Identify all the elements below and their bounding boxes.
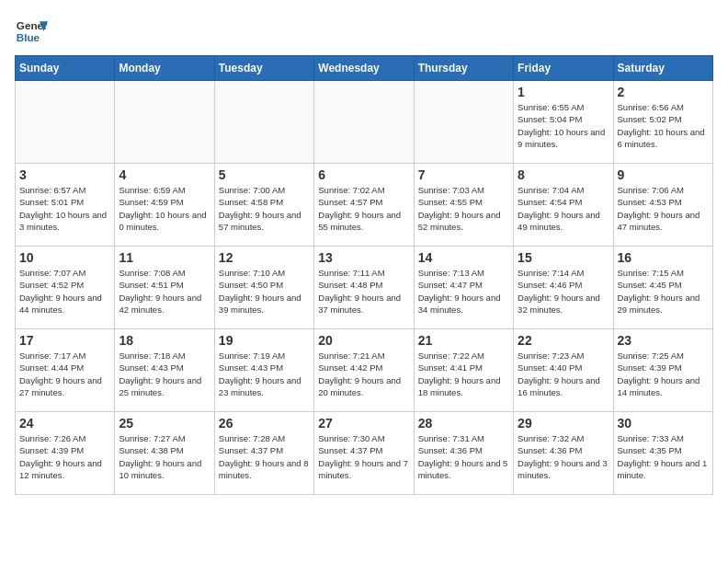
day-number: 11	[119, 250, 210, 265]
day-info: Sunrise: 7:08 AM Sunset: 4:51 PM Dayligh…	[119, 267, 210, 316]
calendar-cell: 24Sunrise: 7:26 AM Sunset: 4:39 PM Dayli…	[16, 412, 115, 495]
day-info: Sunrise: 7:32 AM Sunset: 4:36 PM Dayligh…	[518, 432, 609, 481]
day-info: Sunrise: 7:14 AM Sunset: 4:46 PM Dayligh…	[518, 267, 609, 316]
calendar-cell: 2Sunrise: 6:56 AM Sunset: 5:02 PM Daylig…	[613, 81, 712, 164]
day-number: 7	[418, 167, 509, 182]
day-info: Sunrise: 7:23 AM Sunset: 4:40 PM Dayligh…	[518, 350, 609, 398]
day-number: 30	[618, 416, 709, 431]
calendar-cell: 15Sunrise: 7:14 AM Sunset: 4:46 PM Dayli…	[514, 247, 613, 329]
logo-icon: General Blue	[15, 15, 48, 48]
day-number: 4	[119, 167, 210, 182]
calendar-cell: 8Sunrise: 7:04 AM Sunset: 4:54 PM Daylig…	[514, 164, 613, 247]
calendar-cell: 26Sunrise: 7:28 AM Sunset: 4:37 PM Dayli…	[214, 412, 313, 495]
week-row-3: 10Sunrise: 7:07 AM Sunset: 4:52 PM Dayli…	[16, 247, 713, 329]
calendar-cell	[214, 81, 313, 164]
header: General Blue	[15, 15, 713, 48]
day-number: 5	[219, 167, 310, 182]
day-info: Sunrise: 7:17 AM Sunset: 4:44 PM Dayligh…	[19, 350, 110, 398]
day-info: Sunrise: 7:31 AM Sunset: 4:36 PM Dayligh…	[418, 432, 509, 481]
calendar-cell: 27Sunrise: 7:30 AM Sunset: 4:37 PM Dayli…	[314, 412, 414, 495]
day-number: 2	[618, 85, 709, 99]
weekday-header-sunday: Sunday	[16, 56, 115, 81]
day-info: Sunrise: 7:22 AM Sunset: 4:41 PM Dayligh…	[418, 350, 509, 398]
calendar-cell: 20Sunrise: 7:21 AM Sunset: 4:42 PM Dayli…	[314, 329, 414, 412]
day-info: Sunrise: 7:25 AM Sunset: 4:39 PM Dayligh…	[618, 350, 709, 398]
calendar-table: SundayMondayTuesdayWednesdayThursdayFrid…	[15, 55, 713, 495]
day-number: 25	[119, 416, 210, 431]
day-number: 23	[618, 333, 709, 348]
day-info: Sunrise: 7:18 AM Sunset: 4:43 PM Dayligh…	[119, 350, 210, 398]
calendar-cell: 16Sunrise: 7:15 AM Sunset: 4:45 PM Dayli…	[613, 247, 712, 329]
day-info: Sunrise: 7:07 AM Sunset: 4:52 PM Dayligh…	[19, 267, 110, 316]
weekday-header-monday: Monday	[115, 56, 214, 81]
calendar-cell	[314, 81, 414, 164]
calendar-cell	[115, 81, 214, 164]
calendar-cell	[414, 81, 513, 164]
calendar-cell: 18Sunrise: 7:18 AM Sunset: 4:43 PM Dayli…	[115, 329, 214, 412]
day-info: Sunrise: 7:10 AM Sunset: 4:50 PM Dayligh…	[219, 267, 310, 316]
day-number: 12	[219, 250, 310, 265]
svg-text:Blue: Blue	[17, 31, 40, 43]
calendar-cell: 1Sunrise: 6:55 AM Sunset: 5:04 PM Daylig…	[514, 81, 613, 164]
day-info: Sunrise: 7:19 AM Sunset: 4:43 PM Dayligh…	[219, 350, 310, 398]
day-info: Sunrise: 6:55 AM Sunset: 5:04 PM Dayligh…	[518, 101, 609, 150]
day-number: 19	[219, 333, 310, 348]
day-info: Sunrise: 7:21 AM Sunset: 4:42 PM Dayligh…	[318, 350, 409, 398]
day-info: Sunrise: 7:02 AM Sunset: 4:57 PM Dayligh…	[318, 184, 409, 233]
calendar-cell: 25Sunrise: 7:27 AM Sunset: 4:38 PM Dayli…	[115, 412, 214, 495]
calendar-cell: 7Sunrise: 7:03 AM Sunset: 4:55 PM Daylig…	[414, 164, 513, 247]
calendar-cell: 28Sunrise: 7:31 AM Sunset: 4:36 PM Dayli…	[414, 412, 513, 495]
calendar-cell: 14Sunrise: 7:13 AM Sunset: 4:47 PM Dayli…	[414, 247, 513, 329]
calendar-cell: 13Sunrise: 7:11 AM Sunset: 4:48 PM Dayli…	[314, 247, 414, 329]
day-info: Sunrise: 7:30 AM Sunset: 4:37 PM Dayligh…	[318, 432, 409, 481]
day-number: 28	[418, 416, 509, 431]
day-info: Sunrise: 6:59 AM Sunset: 4:59 PM Dayligh…	[119, 184, 210, 233]
calendar-cell: 23Sunrise: 7:25 AM Sunset: 4:39 PM Dayli…	[613, 329, 712, 412]
weekday-header-saturday: Saturday	[613, 56, 712, 81]
day-number: 20	[318, 333, 409, 348]
week-row-1: 1Sunrise: 6:55 AM Sunset: 5:04 PM Daylig…	[16, 81, 713, 164]
day-number: 13	[318, 250, 409, 265]
day-number: 15	[518, 250, 609, 265]
day-info: Sunrise: 7:03 AM Sunset: 4:55 PM Dayligh…	[418, 184, 509, 233]
day-number: 9	[618, 167, 709, 182]
day-number: 24	[19, 416, 110, 431]
calendar-cell: 22Sunrise: 7:23 AM Sunset: 4:40 PM Dayli…	[514, 329, 613, 412]
calendar-cell: 21Sunrise: 7:22 AM Sunset: 4:41 PM Dayli…	[414, 329, 513, 412]
day-info: Sunrise: 7:33 AM Sunset: 4:35 PM Dayligh…	[618, 432, 709, 481]
calendar-cell: 30Sunrise: 7:33 AM Sunset: 4:35 PM Dayli…	[613, 412, 712, 495]
calendar-cell: 6Sunrise: 7:02 AM Sunset: 4:57 PM Daylig…	[314, 164, 414, 247]
calendar-cell: 12Sunrise: 7:10 AM Sunset: 4:50 PM Dayli…	[214, 247, 313, 329]
week-row-5: 24Sunrise: 7:26 AM Sunset: 4:39 PM Dayli…	[16, 412, 713, 495]
calendar-cell: 10Sunrise: 7:07 AM Sunset: 4:52 PM Dayli…	[16, 247, 115, 329]
day-number: 18	[119, 333, 210, 348]
week-row-2: 3Sunrise: 6:57 AM Sunset: 5:01 PM Daylig…	[16, 164, 713, 247]
calendar-cell: 11Sunrise: 7:08 AM Sunset: 4:51 PM Dayli…	[115, 247, 214, 329]
weekday-header-friday: Friday	[514, 56, 613, 81]
day-info: Sunrise: 7:27 AM Sunset: 4:38 PM Dayligh…	[119, 432, 210, 481]
day-info: Sunrise: 6:56 AM Sunset: 5:02 PM Dayligh…	[618, 101, 709, 150]
day-number: 17	[19, 333, 110, 348]
calendar-cell: 19Sunrise: 7:19 AM Sunset: 4:43 PM Dayli…	[214, 329, 313, 412]
calendar-cell: 29Sunrise: 7:32 AM Sunset: 4:36 PM Dayli…	[514, 412, 613, 495]
day-number: 26	[219, 416, 310, 431]
day-number: 22	[518, 333, 609, 348]
day-number: 21	[418, 333, 509, 348]
day-info: Sunrise: 7:26 AM Sunset: 4:39 PM Dayligh…	[19, 432, 110, 481]
day-number: 29	[518, 416, 609, 431]
day-number: 6	[318, 167, 409, 182]
weekday-header-tuesday: Tuesday	[214, 56, 313, 81]
day-number: 16	[618, 250, 709, 265]
week-row-4: 17Sunrise: 7:17 AM Sunset: 4:44 PM Dayli…	[16, 329, 713, 412]
weekday-header-wednesday: Wednesday	[314, 56, 414, 81]
weekday-header-thursday: Thursday	[414, 56, 513, 81]
day-info: Sunrise: 7:28 AM Sunset: 4:37 PM Dayligh…	[219, 432, 310, 481]
day-number: 3	[19, 167, 110, 182]
day-info: Sunrise: 7:13 AM Sunset: 4:47 PM Dayligh…	[418, 267, 509, 316]
calendar-cell: 3Sunrise: 6:57 AM Sunset: 5:01 PM Daylig…	[16, 164, 115, 247]
logo: General Blue	[15, 15, 48, 48]
day-info: Sunrise: 7:06 AM Sunset: 4:53 PM Dayligh…	[618, 184, 709, 233]
day-number: 1	[518, 85, 609, 99]
day-info: Sunrise: 7:11 AM Sunset: 4:48 PM Dayligh…	[318, 267, 409, 316]
day-number: 14	[418, 250, 509, 265]
